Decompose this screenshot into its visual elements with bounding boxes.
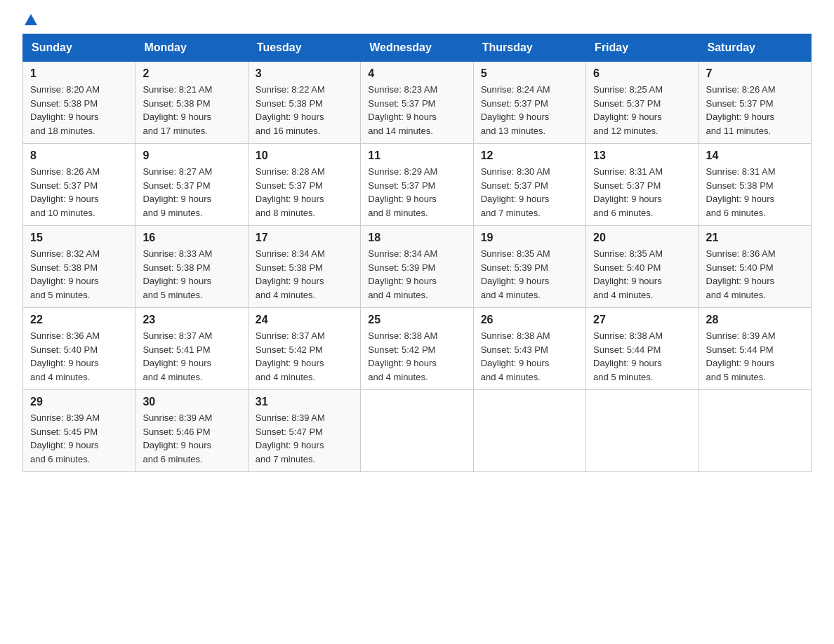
calendar-cell: 27Sunrise: 8:38 AMSunset: 5:44 PMDayligh… [586, 308, 699, 390]
day-info: Sunrise: 8:26 AMSunset: 5:37 PMDaylight:… [30, 165, 128, 220]
day-number: 16 [143, 232, 240, 244]
calendar-cell: 11Sunrise: 8:29 AMSunset: 5:37 PMDayligh… [361, 144, 473, 226]
day-info: Sunrise: 8:30 AMSunset: 5:37 PMDaylight:… [481, 165, 578, 220]
day-number: 7 [706, 67, 804, 80]
calendar-cell: 22Sunrise: 8:36 AMSunset: 5:40 PMDayligh… [23, 308, 135, 390]
day-number: 8 [30, 149, 128, 162]
calendar-week-row: 1Sunrise: 8:20 AMSunset: 5:38 PMDaylight… [23, 62, 812, 144]
day-info: Sunrise: 8:39 AMSunset: 5:47 PMDaylight:… [256, 411, 353, 466]
day-info: Sunrise: 8:37 AMSunset: 5:42 PMDaylight:… [256, 329, 353, 384]
day-number: 20 [593, 232, 691, 244]
calendar-week-row: 22Sunrise: 8:36 AMSunset: 5:40 PMDayligh… [23, 308, 812, 390]
day-number: 29 [30, 396, 128, 408]
calendar-cell: 3Sunrise: 8:22 AMSunset: 5:38 PMDaylight… [248, 62, 360, 144]
calendar-cell: 15Sunrise: 8:32 AMSunset: 5:38 PMDayligh… [23, 226, 135, 308]
day-number: 9 [143, 149, 240, 162]
calendar-cell: 26Sunrise: 8:38 AMSunset: 5:43 PMDayligh… [473, 308, 585, 390]
day-info: Sunrise: 8:24 AMSunset: 5:37 PMDaylight:… [481, 83, 578, 137]
page-header [22, 17, 812, 25]
logo [22, 20, 37, 25]
calendar-cell: 28Sunrise: 8:39 AMSunset: 5:44 PMDayligh… [699, 308, 811, 390]
day-info: Sunrise: 8:38 AMSunset: 5:43 PMDaylight:… [481, 329, 578, 384]
calendar-cell: 17Sunrise: 8:34 AMSunset: 5:38 PMDayligh… [248, 226, 360, 308]
day-info: Sunrise: 8:29 AMSunset: 5:37 PMDaylight:… [368, 165, 465, 220]
calendar-cell: 29Sunrise: 8:39 AMSunset: 5:45 PMDayligh… [23, 390, 135, 472]
day-number: 4 [368, 67, 465, 80]
calendar-cell: 10Sunrise: 8:28 AMSunset: 5:37 PMDayligh… [248, 144, 360, 226]
day-number: 3 [256, 67, 353, 80]
calendar-cell [473, 390, 585, 472]
day-number: 10 [256, 149, 353, 162]
day-number: 24 [256, 314, 353, 326]
calendar-cell: 13Sunrise: 8:31 AMSunset: 5:37 PMDayligh… [586, 144, 699, 226]
day-info: Sunrise: 8:28 AMSunset: 5:37 PMDaylight:… [256, 165, 353, 220]
day-info: Sunrise: 8:20 AMSunset: 5:38 PMDaylight:… [30, 83, 128, 137]
day-info: Sunrise: 8:35 AMSunset: 5:39 PMDaylight:… [481, 247, 578, 302]
day-info: Sunrise: 8:31 AMSunset: 5:38 PMDaylight:… [706, 165, 804, 220]
day-info: Sunrise: 8:38 AMSunset: 5:44 PMDaylight:… [593, 329, 691, 384]
day-info: Sunrise: 8:27 AMSunset: 5:37 PMDaylight:… [143, 165, 240, 220]
calendar-cell: 20Sunrise: 8:35 AMSunset: 5:40 PMDayligh… [586, 226, 699, 308]
day-number: 18 [368, 232, 465, 244]
column-header-monday: Monday [135, 34, 248, 62]
day-number: 22 [30, 314, 128, 326]
calendar-week-row: 8Sunrise: 8:26 AMSunset: 5:37 PMDaylight… [23, 144, 812, 226]
calendar-header-row: SundayMondayTuesdayWednesdayThursdayFrid… [23, 34, 812, 62]
day-number: 28 [706, 314, 804, 326]
calendar-cell: 4Sunrise: 8:23 AMSunset: 5:37 PMDaylight… [361, 62, 473, 144]
day-info: Sunrise: 8:32 AMSunset: 5:38 PMDaylight:… [30, 247, 128, 302]
day-number: 15 [30, 232, 128, 244]
day-number: 1 [30, 67, 128, 80]
column-header-wednesday: Wednesday [361, 34, 473, 62]
calendar-cell [586, 390, 699, 472]
day-number: 5 [481, 67, 578, 80]
day-info: Sunrise: 8:23 AMSunset: 5:37 PMDaylight:… [368, 83, 465, 137]
calendar-cell: 24Sunrise: 8:37 AMSunset: 5:42 PMDayligh… [248, 308, 360, 390]
calendar-cell: 30Sunrise: 8:39 AMSunset: 5:46 PMDayligh… [135, 390, 248, 472]
day-number: 6 [593, 67, 691, 80]
calendar-cell: 31Sunrise: 8:39 AMSunset: 5:47 PMDayligh… [248, 390, 360, 472]
day-number: 13 [593, 149, 691, 162]
day-info: Sunrise: 8:39 AMSunset: 5:44 PMDaylight:… [706, 329, 804, 384]
day-number: 12 [481, 149, 578, 162]
day-number: 14 [706, 149, 804, 162]
day-number: 26 [481, 314, 578, 326]
calendar-cell: 23Sunrise: 8:37 AMSunset: 5:41 PMDayligh… [135, 308, 248, 390]
day-info: Sunrise: 8:22 AMSunset: 5:38 PMDaylight:… [256, 83, 353, 137]
calendar-cell: 6Sunrise: 8:25 AMSunset: 5:37 PMDaylight… [586, 62, 699, 144]
calendar-cell: 12Sunrise: 8:30 AMSunset: 5:37 PMDayligh… [473, 144, 585, 226]
day-number: 2 [143, 67, 240, 80]
calendar-cell: 8Sunrise: 8:26 AMSunset: 5:37 PMDaylight… [23, 144, 135, 226]
day-number: 25 [368, 314, 465, 326]
day-info: Sunrise: 8:34 AMSunset: 5:38 PMDaylight:… [256, 247, 353, 302]
day-number: 19 [481, 232, 578, 244]
column-header-sunday: Sunday [23, 34, 135, 62]
day-number: 31 [256, 396, 353, 408]
calendar-table: SundayMondayTuesdayWednesdayThursdayFrid… [22, 34, 812, 472]
column-header-tuesday: Tuesday [248, 34, 360, 62]
calendar-cell: 25Sunrise: 8:38 AMSunset: 5:42 PMDayligh… [361, 308, 473, 390]
day-info: Sunrise: 8:39 AMSunset: 5:45 PMDaylight:… [30, 411, 128, 466]
day-info: Sunrise: 8:25 AMSunset: 5:37 PMDaylight:… [593, 83, 691, 137]
day-number: 27 [593, 314, 691, 326]
day-info: Sunrise: 8:34 AMSunset: 5:39 PMDaylight:… [368, 247, 465, 302]
calendar-week-row: 29Sunrise: 8:39 AMSunset: 5:45 PMDayligh… [23, 390, 812, 472]
calendar-cell [699, 390, 811, 472]
calendar-cell: 5Sunrise: 8:24 AMSunset: 5:37 PMDaylight… [473, 62, 585, 144]
day-info: Sunrise: 8:37 AMSunset: 5:41 PMDaylight:… [143, 329, 240, 384]
calendar-cell: 1Sunrise: 8:20 AMSunset: 5:38 PMDaylight… [23, 62, 135, 144]
calendar-cell [361, 390, 473, 472]
day-number: 11 [368, 149, 465, 162]
day-info: Sunrise: 8:21 AMSunset: 5:38 PMDaylight:… [143, 83, 240, 137]
day-number: 30 [143, 396, 240, 408]
day-info: Sunrise: 8:38 AMSunset: 5:42 PMDaylight:… [368, 329, 465, 384]
day-number: 21 [706, 232, 804, 244]
calendar-cell: 21Sunrise: 8:36 AMSunset: 5:40 PMDayligh… [699, 226, 811, 308]
calendar-cell: 19Sunrise: 8:35 AMSunset: 5:39 PMDayligh… [473, 226, 585, 308]
calendar-cell: 9Sunrise: 8:27 AMSunset: 5:37 PMDaylight… [135, 144, 248, 226]
calendar-cell: 14Sunrise: 8:31 AMSunset: 5:38 PMDayligh… [699, 144, 811, 226]
column-header-saturday: Saturday [699, 34, 811, 62]
day-info: Sunrise: 8:36 AMSunset: 5:40 PMDaylight:… [30, 329, 128, 384]
day-info: Sunrise: 8:39 AMSunset: 5:46 PMDaylight:… [143, 411, 240, 466]
column-header-thursday: Thursday [473, 34, 585, 62]
